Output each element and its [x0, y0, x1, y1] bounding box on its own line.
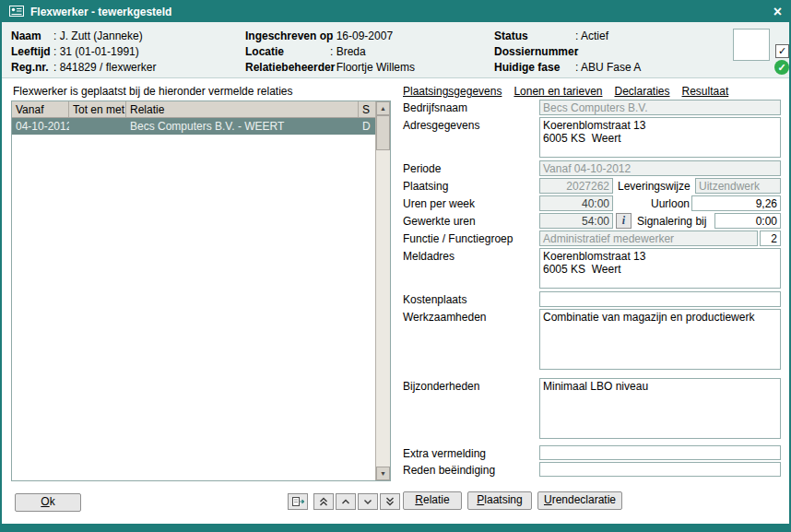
uurloon-field[interactable]: 9,26 — [691, 195, 781, 211]
signalering-label: Signalering bij — [637, 215, 706, 228]
naam-value: J. Zutt (Janneke) — [53, 30, 143, 42]
scrollbar-thumb[interactable] — [376, 115, 390, 150]
column-header-s: S — [359, 101, 375, 117]
next-record-button[interactable] — [358, 493, 378, 510]
kostenplaats-label: Kostenplaats — [403, 293, 466, 306]
plaatsingsnummer-field: 2027262 — [539, 178, 613, 194]
close-icon[interactable]: × — [773, 5, 782, 19]
adresgegevens-field[interactable]: Koerenblomstraat 13 6005 KS Weert — [539, 117, 781, 158]
table-row[interactable]: 04-10-2012 Becs Computers B.V. - WEERT D — [12, 118, 375, 135]
functie-label: Functie / Functiegroep — [403, 232, 513, 245]
functiegroep-field[interactable]: 2 — [760, 231, 781, 246]
relatie-button[interactable]: Relatie — [403, 491, 462, 510]
ok-button[interactable]: Ok — [15, 493, 81, 512]
chevron-down-icon — [362, 496, 373, 507]
previous-record-button[interactable] — [336, 493, 356, 510]
column-header-tot-en-met: Tot en met — [69, 101, 126, 117]
locatie-value: Breda — [330, 45, 366, 58]
periode-label: Periode — [403, 162, 441, 175]
insert-record-icon — [291, 496, 305, 507]
double-chevron-down-icon — [384, 496, 396, 507]
extra-vermelding-label: Extra vermelding — [403, 447, 486, 460]
adresgegevens-label: Adresgegevens — [403, 119, 479, 132]
ingeschreven-value: 16-09-2007 — [330, 30, 393, 42]
reden-beeindiging-label: Reden beëindiging — [403, 464, 495, 477]
table-header-row: Vanaf Tot en met Relatie S — [12, 101, 375, 118]
placements-table: Vanaf Tot en met Relatie S 04-10-2012 Be… — [11, 100, 391, 481]
bijzonderheden-field[interactable]: Minimaal LBO niveau — [539, 378, 781, 439]
huidige-fase-label: Huidige fase — [494, 61, 560, 74]
bijzonderheden-label: Bijzonderheden — [403, 380, 479, 393]
tab-lonen-en-tarieven[interactable]: Lonen en tarieven — [514, 85, 602, 98]
ingeschreven-label: Ingeschreven op — [245, 30, 333, 42]
naam-label: Naam — [11, 30, 41, 42]
scroll-down-icon[interactable]: ▼ — [376, 467, 390, 480]
window-title: Flexwerker - tewerkgesteld — [30, 6, 767, 18]
uren-per-week-field[interactable]: 40:00 — [539, 195, 613, 211]
leeftijd-label: Leeftijd — [11, 45, 51, 58]
functie-field: Administratief medewerker — [539, 231, 758, 246]
gewerkte-uren-field: 54:00 — [539, 213, 613, 229]
status-ok-icon: ✓ — [774, 60, 789, 75]
leveringswijze-label: Leveringswijze — [618, 180, 691, 193]
werkzaamheden-label: Werkzaamheden — [403, 311, 487, 324]
cell-tot-en-met — [69, 118, 126, 135]
meldadres-label: Meldadres — [403, 250, 455, 263]
gewerkte-uren-label: Gewerkte uren — [403, 215, 476, 228]
scroll-up-icon[interactable]: ▲ — [376, 101, 390, 115]
cell-s: D — [359, 118, 375, 135]
uurloon-label: Uurloon — [651, 197, 690, 210]
placements-caption: Flexwerker is geplaatst bij de hieronder… — [13, 85, 292, 98]
tab-declaraties[interactable]: Declaraties — [615, 85, 670, 98]
leveringswijze-field: Uitzendwerk — [695, 178, 781, 194]
flexworker-card-icon — [9, 6, 24, 19]
signalering-field[interactable]: 0:00 — [714, 213, 781, 229]
extra-vermelding-field[interactable] — [539, 445, 781, 460]
relatiebeheerder-value: Floortje Willems — [330, 61, 415, 74]
column-header-relatie: Relatie — [126, 101, 359, 117]
plaatsing-button[interactable]: Plaatsing — [467, 491, 532, 510]
window-bottom-border — [2, 524, 789, 530]
werkzaamheden-field[interactable]: Combinatie van magazijn en productiewerk — [539, 309, 781, 370]
dossiernummer-value — [575, 45, 578, 58]
huidige-fase-value: ABU Fase A — [575, 61, 641, 74]
reden-beeindiging-field[interactable] — [539, 462, 781, 477]
bedrijfsnaam-field: Becs Computers B.V. — [539, 100, 781, 115]
titlebar: Flexwerker - tewerkgesteld × — [2, 2, 789, 22]
plaatsing-label: Plaatsing — [403, 180, 448, 193]
table-scrollbar[interactable]: ▲ ▼ — [375, 101, 390, 480]
tab-resultaat[interactable]: Resultaat — [682, 85, 729, 98]
last-record-button[interactable] — [380, 493, 400, 510]
person-header: Naam J. Zutt (Janneke) Leeftijd 31 (01-0… — [2, 22, 789, 78]
photo-placeholder — [733, 29, 770, 61]
checkbox-check-icon: ✓ — [778, 45, 786, 56]
detail-tabs: Plaatsingsgegevens Lonen en tarieven Dec… — [403, 85, 728, 98]
flexwerker-window: Flexwerker - tewerkgesteld × Naam J. Zut… — [0, 0, 791, 532]
bedrijfsnaam-label: Bedrijfsnaam — [403, 101, 467, 114]
first-record-button[interactable] — [313, 493, 334, 510]
locatie-label: Locatie — [245, 45, 284, 58]
info-icon[interactable]: i — [616, 213, 632, 229]
relatiebeheerder-label: Relatiebeheerder — [245, 61, 335, 74]
header-checkbox[interactable]: ✓ — [775, 44, 789, 58]
double-chevron-up-icon — [318, 496, 329, 507]
tab-plaatsingsgegevens[interactable]: Plaatsingsgegevens — [403, 85, 502, 98]
meldadres-field[interactable]: Koerenblomstraat 13 6005 KS Weert — [539, 248, 781, 289]
insert-record-button[interactable] — [288, 493, 308, 510]
uren-per-week-label: Uren per week — [403, 197, 475, 210]
periode-field: Vanaf 04-10-2012 — [539, 160, 781, 176]
leeftijd-value: 31 (01-01-1991) — [53, 45, 139, 58]
regnr-value: 841829 / flexwerker — [53, 61, 156, 74]
chevron-up-icon — [340, 496, 351, 507]
cell-relatie: Becs Computers B.V. - WEERT — [126, 118, 359, 135]
status-value: Actief — [575, 30, 608, 42]
dossiernummer-label: Dossiernummer — [494, 45, 578, 58]
kostenplaats-field[interactable] — [539, 291, 781, 307]
regnr-label: Reg.nr. — [11, 61, 49, 74]
status-label: Status — [494, 30, 528, 42]
column-header-vanaf: Vanaf — [12, 101, 69, 117]
cell-vanaf: 04-10-2012 — [12, 118, 69, 135]
urendeclaratie-button[interactable]: Urendeclaratie — [537, 491, 622, 510]
